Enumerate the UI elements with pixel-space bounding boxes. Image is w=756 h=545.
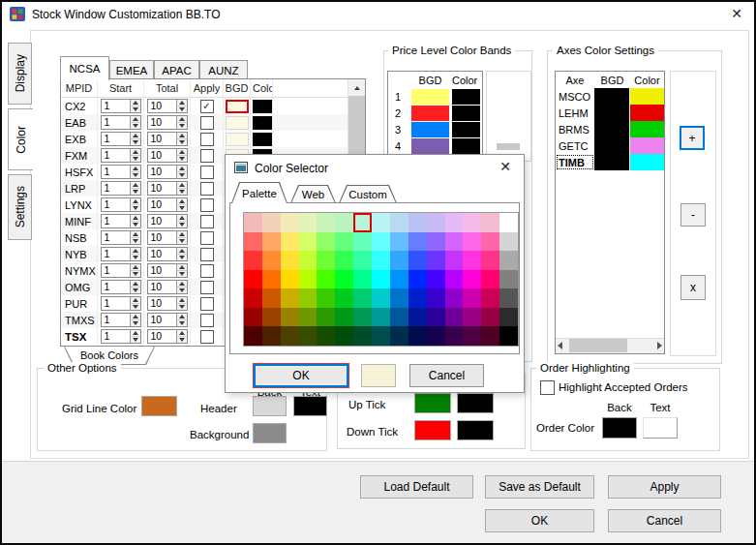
apply-checkbox[interactable]	[200, 281, 214, 294]
spin-up-button[interactable]	[131, 116, 140, 123]
palette-cell[interactable]	[281, 270, 299, 289]
spin-down-button[interactable]	[131, 222, 140, 227]
axes-color-swatch[interactable]	[630, 137, 664, 154]
palette-cell[interactable]	[299, 308, 318, 327]
color-selector-close-icon[interactable]: ✕	[499, 159, 511, 174]
palette-cell[interactable]	[463, 288, 481, 308]
price-color-swatch[interactable]	[452, 89, 480, 105]
text-color-swatch[interactable]	[253, 100, 272, 113]
start-spinner[interactable]: 1	[101, 132, 141, 146]
spin-down-button[interactable]	[131, 139, 140, 145]
palette-cell[interactable]	[281, 308, 299, 327]
palette-cell[interactable]	[372, 270, 390, 289]
palette-cell[interactable]	[427, 232, 445, 252]
spin-down-button[interactable]	[131, 106, 140, 112]
total-spinner[interactable]: 10	[147, 132, 188, 146]
palette-cell[interactable]	[244, 213, 262, 232]
palette-cell[interactable]	[244, 288, 262, 308]
start-spinner[interactable]: 1	[101, 247, 141, 261]
start-spinner[interactable]: 1	[101, 263, 141, 278]
palette-cell[interactable]	[408, 251, 427, 270]
palette-cell[interactable]	[244, 232, 262, 252]
palette-cell[interactable]	[353, 326, 372, 346]
ok-button[interactable]: OK	[485, 509, 594, 532]
palette-cell[interactable]	[244, 326, 262, 346]
spin-up-button[interactable]	[131, 231, 140, 238]
axe-label[interactable]: TIMB	[556, 154, 594, 170]
start-spinner[interactable]: 1	[101, 280, 141, 294]
axe-label[interactable]: LEHM	[556, 105, 594, 121]
palette-cell[interactable]	[463, 308, 481, 327]
tab-web[interactable]: Web	[290, 185, 336, 203]
palette-cell[interactable]	[481, 232, 499, 252]
palette-cell[interactable]	[262, 270, 281, 289]
order-text-swatch[interactable]	[643, 417, 678, 439]
palette-cell[interactable]	[372, 308, 390, 327]
palette-cell[interactable]	[317, 308, 335, 327]
axes-add-button[interactable]: +	[680, 126, 705, 150]
palette-cell[interactable]	[499, 326, 518, 346]
apply-button[interactable]: Apply	[608, 475, 721, 499]
price-color-swatch[interactable]	[452, 138, 480, 154]
spin-up-button[interactable]	[177, 215, 187, 222]
start-spinner[interactable]: 1	[101, 313, 141, 327]
price-color-swatch[interactable]	[452, 122, 480, 137]
total-spinner[interactable]: 10	[147, 214, 188, 228]
total-spinner[interactable]: 10	[147, 230, 188, 245]
total-spinner[interactable]: 10	[147, 165, 188, 179]
palette-cell[interactable]	[335, 251, 353, 270]
palette-cell[interactable]	[481, 326, 499, 346]
start-spinner[interactable]: 1	[101, 115, 141, 130]
apply-checkbox[interactable]	[200, 116, 214, 130]
palette-cell[interactable]	[499, 213, 518, 232]
cancel-button[interactable]: Cancel	[608, 509, 721, 532]
apply-checkbox[interactable]	[200, 133, 214, 146]
palette-cell[interactable]	[353, 251, 372, 270]
palette-cell[interactable]	[408, 308, 427, 327]
spin-down-button[interactable]	[131, 255, 140, 260]
spin-down-button[interactable]	[131, 205, 140, 211]
total-spinner[interactable]: 10	[147, 148, 188, 163]
apply-checkbox[interactable]	[200, 248, 214, 261]
spin-up-button[interactable]	[131, 314, 140, 320]
palette-cell[interactable]	[281, 326, 299, 346]
start-spinner[interactable]: 1	[101, 99, 141, 113]
spin-down-button[interactable]	[131, 320, 140, 326]
apply-checkbox[interactable]	[200, 215, 214, 228]
palette-cell[interactable]	[463, 326, 481, 346]
text-color-swatch[interactable]	[253, 116, 272, 130]
bgd-swatch[interactable]	[226, 116, 249, 130]
total-spinner[interactable]: 10	[147, 263, 188, 278]
palette-cell[interactable]	[317, 232, 335, 252]
total-spinner[interactable]: 10	[147, 247, 188, 261]
palette-cell[interactable]	[408, 213, 427, 232]
save-as-default-button[interactable]: Save as Default	[485, 475, 594, 499]
axes-hscrollbar[interactable]	[556, 338, 664, 353]
spin-down-button[interactable]	[177, 337, 187, 343]
spin-up-button[interactable]	[177, 264, 187, 271]
palette-cell[interactable]	[499, 270, 518, 289]
start-spinner[interactable]: 1	[101, 329, 141, 344]
palette-cell[interactable]	[481, 270, 499, 289]
palette-cell[interactable]	[372, 213, 390, 232]
apply-checkbox[interactable]: ✓	[200, 100, 214, 113]
spin-up-button[interactable]	[177, 281, 187, 288]
palette-cell[interactable]	[353, 232, 372, 252]
spin-down-button[interactable]	[177, 205, 187, 211]
apply-checkbox[interactable]	[200, 264, 214, 278]
spin-up-button[interactable]	[177, 297, 187, 304]
palette-cell[interactable]	[445, 326, 464, 346]
palette-cell[interactable]	[299, 326, 318, 346]
highlight-accepted-checkbox[interactable]	[540, 380, 555, 395]
start-spinner[interactable]: 1	[101, 148, 141, 163]
palette-cell[interactable]	[317, 326, 335, 346]
background-swatch[interactable]	[253, 423, 287, 443]
palette-cell[interactable]	[262, 288, 281, 308]
palette-cell[interactable]	[335, 326, 353, 346]
palette-cell[interactable]	[372, 251, 390, 270]
color-selector-cancel-button[interactable]: Cancel	[409, 364, 484, 387]
palette-cell[interactable]	[353, 288, 372, 308]
palette-cell[interactable]	[445, 213, 464, 232]
apply-checkbox[interactable]	[200, 149, 214, 163]
palette-cell[interactable]	[335, 213, 353, 232]
